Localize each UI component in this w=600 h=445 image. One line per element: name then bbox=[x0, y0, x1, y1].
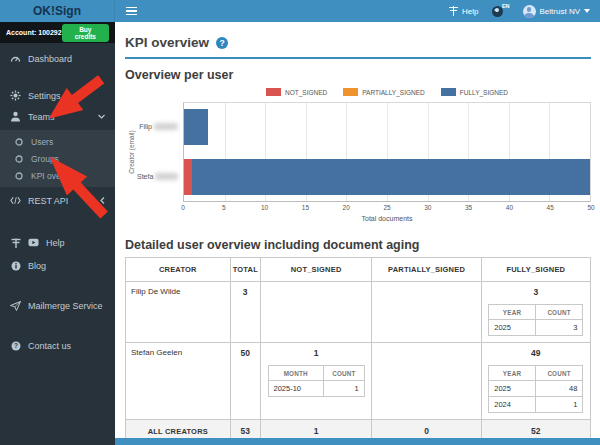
app-window: OK!Sign Account: 100292 Buy credits Dash… bbox=[0, 0, 600, 445]
x-tick-label: 20 bbox=[343, 204, 350, 211]
column-header: PARTIALLY_SIGNED bbox=[372, 258, 481, 282]
content-column: Help EN Beltrust NV KPI overview ? Over bbox=[115, 0, 600, 445]
sidebar-item-blog[interactable]: Blog bbox=[0, 256, 115, 275]
globe-icon bbox=[492, 6, 503, 17]
dashboard-icon bbox=[10, 53, 21, 64]
breakdown-cell: 1 bbox=[535, 397, 583, 413]
page-help-icon[interactable]: ? bbox=[216, 37, 228, 49]
info-icon bbox=[10, 260, 21, 271]
redacted-name bbox=[155, 173, 178, 180]
sidebar-item-label: Teams bbox=[28, 112, 55, 122]
breakdown-row: 20253 bbox=[489, 320, 583, 336]
account-number: Account: 100292 bbox=[6, 29, 62, 36]
y-tick-text: Filip bbox=[139, 123, 152, 130]
y-axis-title-column: Creator (email) bbox=[125, 102, 137, 202]
sidebar-item-rest-api[interactable]: REST API bbox=[0, 191, 115, 210]
breakdown-cell: 3 bbox=[535, 320, 583, 336]
gear-icon bbox=[10, 90, 21, 101]
x-tick-label: 10 bbox=[261, 204, 268, 211]
aging-cell: 1MONTHCOUNT2025-101 bbox=[260, 343, 372, 420]
sidebar-item-dashboard[interactable]: Dashboard bbox=[0, 49, 115, 68]
bar-row bbox=[184, 159, 590, 195]
legend-item[interactable]: NOT_SIGNED bbox=[266, 88, 327, 96]
aging-count: 1 bbox=[264, 348, 369, 358]
language-selector[interactable]: EN bbox=[492, 6, 510, 17]
breakdown-header: MONTH bbox=[268, 366, 323, 381]
teams-submenu: Users Groups KPI overview bbox=[0, 130, 115, 187]
breakdown-cell: 2024 bbox=[489, 397, 535, 413]
main-content: KPI overview ? Overview per user NOT_SIG… bbox=[115, 22, 600, 438]
question-circle-icon: ? bbox=[10, 340, 21, 351]
chart-legend: NOT_SIGNEDPARTIALLY_SIGNEDFULLY_SIGNED bbox=[183, 88, 591, 96]
bar-segment-fully_signed bbox=[184, 109, 208, 145]
aging-cell bbox=[260, 282, 372, 343]
creator-cell: Stefan Geelen bbox=[126, 343, 231, 420]
person-icon bbox=[10, 111, 21, 122]
sidebar-item-settings[interactable]: Settings bbox=[0, 86, 115, 105]
signpost-icon bbox=[10, 237, 21, 248]
breakdown-row: 202548 bbox=[489, 381, 583, 397]
language-badge: EN bbox=[502, 3, 510, 9]
legend-label: NOT_SIGNED bbox=[285, 89, 327, 96]
hamburger-menu-icon[interactable] bbox=[123, 4, 140, 19]
aging-cell: 3YEARCOUNT20253 bbox=[481, 282, 590, 343]
topbar-help-label: Help bbox=[462, 7, 478, 16]
aging-count: 49 bbox=[485, 348, 587, 358]
bar-segment-not_signed bbox=[184, 159, 192, 195]
legend-label: FULLY_SIGNED bbox=[460, 89, 508, 96]
y-tick-label: Stefa bbox=[137, 158, 183, 194]
buy-credits-button[interactable]: Buy credits bbox=[62, 24, 109, 42]
sidebar-item-label: Help bbox=[46, 238, 65, 248]
table-row: Filip De Wilde33YEARCOUNT20253 bbox=[126, 282, 591, 343]
sidebar-item-label: Dashboard bbox=[28, 54, 72, 64]
page-title: KPI overview bbox=[125, 35, 209, 50]
sidebar-item-contact-us[interactable]: ? Contact us bbox=[0, 336, 115, 355]
sidebar-item-groups[interactable]: Groups bbox=[0, 150, 115, 167]
column-header: CREATOR bbox=[126, 258, 231, 282]
sidebar-nav: Dashboard Settings Teams bbox=[0, 43, 115, 445]
user-menu[interactable]: Beltrust NV bbox=[523, 5, 590, 18]
breakdown-cell: 48 bbox=[535, 381, 583, 397]
x-tick-label: 15 bbox=[302, 204, 309, 211]
sidebar-item-label: Users bbox=[31, 137, 53, 147]
y-tick-label: Filip bbox=[137, 108, 183, 144]
sidebar-item-users[interactable]: Users bbox=[0, 133, 115, 150]
sidebar-item-help[interactable]: Help bbox=[0, 233, 115, 252]
chevron-down-icon bbox=[98, 114, 105, 119]
legend-label: PARTIALLY_SIGNED bbox=[362, 89, 425, 96]
circle-icon bbox=[13, 170, 24, 181]
x-tick-label: 25 bbox=[383, 204, 390, 211]
bar-row bbox=[184, 109, 590, 145]
kpi-chart: NOT_SIGNEDPARTIALLY_SIGNEDFULLY_SIGNED C… bbox=[125, 88, 591, 222]
youtube-icon bbox=[28, 237, 39, 248]
footer-cell: 0 bbox=[372, 420, 481, 439]
app-logo[interactable]: OK!Sign bbox=[0, 0, 115, 22]
sidebar-item-kpi-overview[interactable]: KPI overview bbox=[0, 167, 115, 184]
column-header: NOT_SIGNED bbox=[260, 258, 372, 282]
chevron-left-icon bbox=[100, 197, 105, 204]
topbar: Help EN Beltrust NV bbox=[115, 0, 600, 22]
sidebar-item-mailmerge[interactable]: Mailmerge Service bbox=[0, 296, 115, 315]
table-row: Stefan Geelen501MONTHCOUNT2025-10149YEAR… bbox=[126, 343, 591, 420]
breakdown-row: 2025-101 bbox=[268, 381, 364, 397]
kpi-table-foot: ALL CREATORS531052 bbox=[126, 420, 591, 439]
kpi-table: CREATORTOTALNOT_SIGNEDPARTIALLY_SIGNEDFU… bbox=[125, 257, 591, 438]
sidebar-item-teams[interactable]: Teams bbox=[0, 107, 115, 126]
breakdown-row: 20241 bbox=[489, 397, 583, 413]
page-header: KPI overview ? bbox=[125, 35, 591, 50]
aging-breakdown-table: YEARCOUNT20254820241 bbox=[488, 365, 583, 413]
table-section-title: Detailed user overview including documen… bbox=[125, 238, 591, 252]
topbar-help-button[interactable]: Help bbox=[449, 6, 478, 16]
caret-down-icon bbox=[584, 9, 590, 13]
legend-item[interactable]: FULLY_SIGNED bbox=[441, 88, 508, 96]
chart-plot bbox=[183, 102, 591, 202]
sidebar-item-label: Mailmerge Service bbox=[28, 301, 103, 311]
footer-cell: 53 bbox=[230, 420, 260, 439]
chart-body: Creator (email) FilipStefa bbox=[125, 102, 591, 202]
legend-item[interactable]: PARTIALLY_SIGNED bbox=[343, 88, 425, 96]
breakdown-header: COUNT bbox=[535, 366, 583, 381]
y-tick-text: Stefa bbox=[137, 173, 153, 180]
bar-segment-fully_signed bbox=[192, 159, 590, 195]
paper-plane-icon bbox=[10, 300, 21, 311]
aging-cell: 49YEARCOUNT20254820241 bbox=[481, 343, 590, 420]
